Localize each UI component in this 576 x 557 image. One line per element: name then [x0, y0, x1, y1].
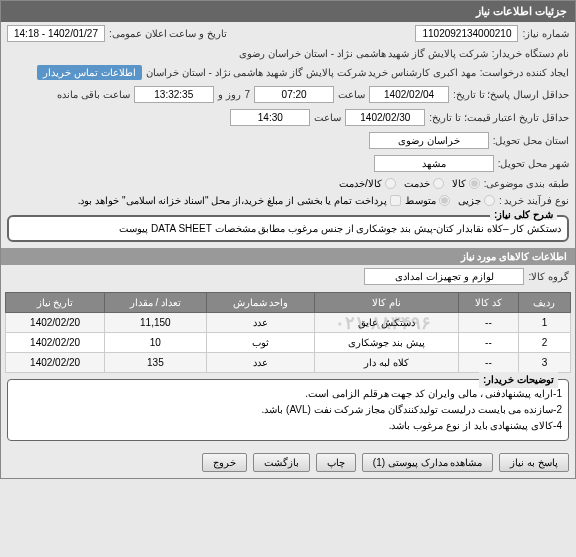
- time-label-2: ساعت: [314, 112, 341, 123]
- note-line: 2-سازنده می بايست درليست توليدكنندگان مج…: [14, 402, 562, 418]
- payment-checkbox[interactable]: پرداخت تمام یا بخشی از مبلغ خرید،از محل …: [78, 195, 401, 206]
- validity-time: 14:30: [230, 109, 310, 126]
- time-label-1: ساعت: [338, 89, 365, 100]
- print-button[interactable]: چاپ: [316, 453, 356, 472]
- description-box: شرح کلی نیاز: دستکش کار –کلاه نقابدار کت…: [7, 215, 569, 242]
- th-code: کد کالا: [458, 293, 518, 313]
- remaining-time: 13:32:35: [134, 86, 214, 103]
- note-line: 1-ارايه پيشنهادفنی ، مالی وايران كد جهت …: [14, 386, 562, 402]
- city-value: مشهد: [374, 155, 494, 172]
- description-text: دستکش کار –کلاه نقابدار کتان-پیش بند جوش…: [15, 223, 561, 234]
- buyer-value: شرکت پالایش گاز شهید هاشمی نژاد - استان …: [239, 48, 487, 59]
- radio-khedmat[interactable]: خدمت: [404, 178, 444, 189]
- th-qty: تعداد / مقدار: [105, 293, 206, 313]
- category-label: طبقه بندی موضوعی:: [484, 178, 569, 189]
- days-value: 7: [245, 89, 251, 100]
- reply-button[interactable]: پاسخ به نیاز: [499, 453, 569, 472]
- req-number-value: 1102092134000210: [415, 25, 518, 42]
- radio-kala[interactable]: کالا: [452, 178, 480, 189]
- deadline-time: 07:20: [254, 86, 334, 103]
- announce-label: تاریخ و ساعت اعلان عمومی:: [109, 28, 227, 39]
- table-row: 1--دستکش عایقعدد11,1501402/02/20: [6, 313, 571, 333]
- req-number-label: شماره نیاز:: [522, 28, 569, 39]
- deadline-label: حداقل ارسال پاسخ؛ تا تاریخ:: [453, 89, 569, 100]
- buyer-notes-label: توضیحات خریدار:: [479, 372, 558, 388]
- radio-both[interactable]: کالا/خدمت: [339, 178, 396, 189]
- exit-button[interactable]: خروج: [202, 453, 247, 472]
- radio-small[interactable]: جزیی: [458, 195, 495, 206]
- attachments-button[interactable]: مشاهده مدارک پیوستی (1): [362, 453, 494, 472]
- note-line: 4-کالای پیشنهادی باید از نوع مرغوب باشد.: [14, 418, 562, 434]
- th-row: ردیف: [518, 293, 570, 313]
- group-label: گروه کالا:: [528, 271, 569, 282]
- province-label: استان محل تحویل:: [493, 135, 569, 146]
- group-value: لوازم و تجهیزات امدادی: [364, 268, 524, 285]
- table-row: 3--کلاه لبه دارعدد1351402/02/20: [6, 353, 571, 373]
- remaining-label: ساعت باقی مانده: [57, 89, 130, 100]
- city-label: شهر محل تحویل:: [498, 158, 569, 169]
- buyer-label: نام دستگاه خریدار:: [492, 48, 569, 59]
- radio-medium[interactable]: متوسط: [405, 195, 450, 206]
- th-name: نام کالا: [315, 293, 459, 313]
- deadline-date: 1402/02/04: [369, 86, 449, 103]
- contact-info-badge[interactable]: اطلاعات تماس خریدار: [37, 65, 142, 80]
- validity-label: حداقل تاریخ اعتبار قیمت؛ تا تاریخ:: [429, 112, 569, 123]
- buyer-notes-box: توضیحات خریدار: 1-ارايه پيشنهادفنی ، مال…: [7, 379, 569, 441]
- table-row: 2--پیش بند جوشکاریثوب101402/02/20: [6, 333, 571, 353]
- description-label: شرح کلی نیاز:: [490, 209, 557, 220]
- days-label: روز و: [218, 89, 241, 100]
- back-button[interactable]: بازگشت: [253, 453, 310, 472]
- items-table: ردیف کد کالا نام کالا واحد شمارش تعداد /…: [5, 292, 571, 373]
- validity-date: 1402/02/30: [345, 109, 425, 126]
- creator-label: ایجاد کننده درخواست:: [480, 67, 569, 78]
- page-title: جزئیات اطلاعات نیاز: [1, 1, 575, 22]
- th-date: تاریخ نیاز: [6, 293, 105, 313]
- creator-value: مهد اکبری کارشناس خرید شرکت پالایش گاز ش…: [146, 67, 476, 78]
- process-label: نوع فرآیند خرید :: [499, 195, 569, 206]
- announce-value: 1402/01/27 - 14:18: [7, 25, 105, 42]
- province-value: خراسان رضوی: [369, 132, 489, 149]
- items-section-header: اطلاعات کالاهای مورد نیاز: [1, 248, 575, 265]
- th-unit: واحد شمارش: [206, 293, 315, 313]
